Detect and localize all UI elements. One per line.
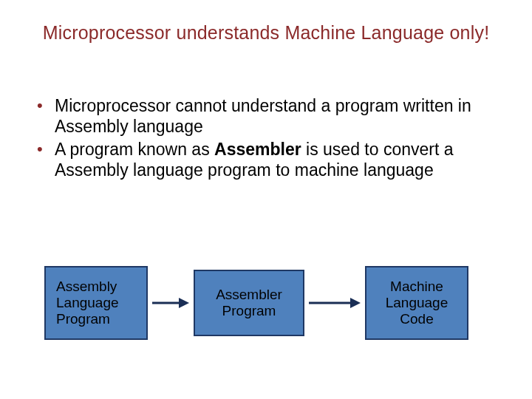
- slide-title: Microprocessor understands Machine Langu…: [0, 22, 532, 44]
- box-machine-language-code: Machine Language Code: [365, 266, 468, 340]
- slide: Microprocessor understands Machine Langu…: [0, 0, 532, 399]
- box-assembly-language-program: Assembly Language Program: [44, 266, 148, 340]
- bullet-list: Microprocessor cannot understand a progr…: [30, 96, 502, 183]
- box-label-3: Machine Language Code: [374, 279, 460, 327]
- arrow-icon: [309, 296, 361, 310]
- box-assembler-program: Assembler Program: [194, 270, 304, 336]
- bullet-item-2: A program known as Assembler is used to …: [30, 140, 502, 180]
- bullet-text-1: Microprocessor cannot understand a progr…: [55, 96, 471, 136]
- bullet-text-2-pre: A program known as: [55, 140, 214, 159]
- svg-marker-1: [179, 298, 189, 308]
- flow-diagram: Assembly Language Program Assembler Prog…: [44, 259, 502, 347]
- bullet-item-1: Microprocessor cannot understand a progr…: [30, 96, 502, 137]
- box-label-1: Assembly Language Program: [56, 279, 136, 327]
- box-label-2: Assembler Program: [202, 287, 296, 319]
- arrow-icon: [152, 296, 189, 310]
- svg-marker-3: [350, 298, 361, 308]
- bullet-text-2-bold: Assembler: [214, 140, 301, 159]
